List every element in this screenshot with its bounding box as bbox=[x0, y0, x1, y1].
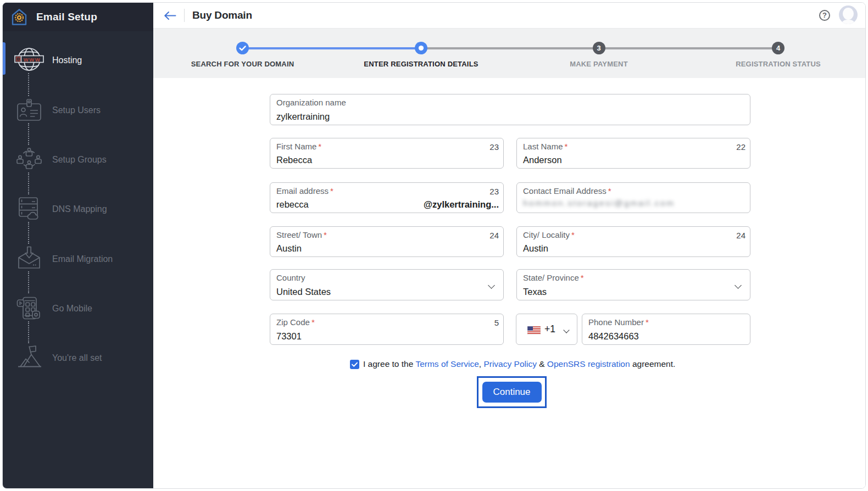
svg-text:WWW: WWW bbox=[24, 57, 41, 63]
